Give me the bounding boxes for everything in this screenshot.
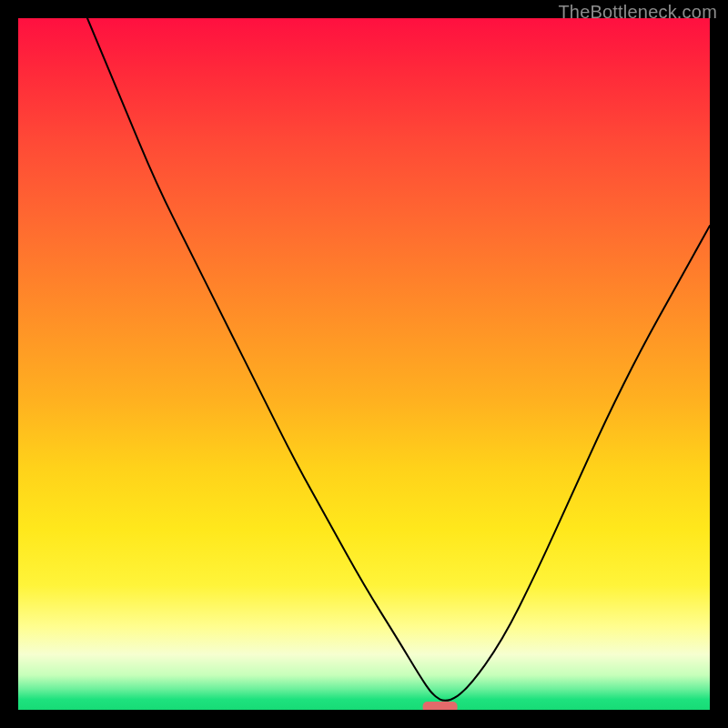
chart-frame: TheBottleneck.com (0, 0, 728, 728)
plot-svg (18, 18, 710, 710)
watermark-text: TheBottleneck.com (558, 2, 717, 23)
min-marker (423, 702, 458, 710)
bottleneck-curve (87, 18, 710, 701)
plot-area (18, 18, 710, 710)
